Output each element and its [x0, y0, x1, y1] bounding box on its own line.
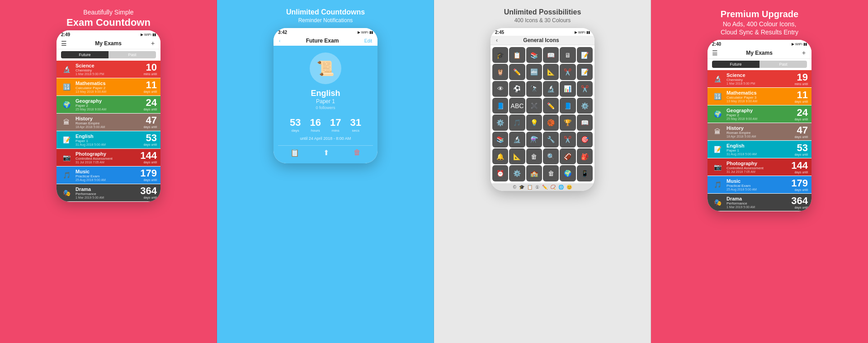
icon-10[interactable]: 📐	[543, 64, 559, 80]
panel4-title-sub2: Cloud Sync & Results Entry	[721, 29, 798, 36]
toolbar-icon-5[interactable]: ✏️	[542, 185, 547, 190]
seg-future-4[interactable]: Future	[712, 61, 760, 68]
icon-27[interactable]: 💡	[526, 114, 542, 130]
edit-button[interactable]: Edit	[364, 38, 372, 43]
english-info-1: English Paper 1 31 Aug 2018 5:00 AM	[73, 133, 143, 146]
icon-44[interactable]: ⚙️	[509, 165, 525, 181]
icon-17[interactable]: 📊	[560, 81, 576, 97]
exam-drama-4[interactable]: 🎭 Drama Performance 1 Mar 2019 5:00 AM 3…	[708, 194, 811, 211]
toolbar-icon-3[interactable]: 📋	[527, 185, 533, 190]
seg-past-1[interactable]: Past	[108, 51, 156, 58]
exam-music-1[interactable]: 🎵 Music Practical Exam 25 Aug 2018 5:00 …	[57, 167, 160, 184]
icon-28[interactable]: 🏀	[543, 114, 559, 130]
icon-21[interactable]: ✖️	[526, 98, 542, 114]
icon-39[interactable]: 🗑	[526, 148, 542, 164]
math-sub-1: Calculator Paper 2	[75, 86, 141, 90]
icon-16[interactable]: 🔬	[543, 81, 559, 97]
icon-15[interactable]: 🔭	[526, 81, 542, 97]
exam-english-1[interactable]: 📝 English Paper 1 31 Aug 2018 5:00 AM 53…	[57, 131, 160, 148]
icon-34[interactable]: 🔧	[543, 132, 559, 148]
exam-math-1[interactable]: 🔢 Mathematics Calculator Paper 2 13 May …	[57, 78, 160, 95]
segment-1: Future Past	[61, 51, 156, 58]
phone2-icons: ▶ WiFi ▮▮	[358, 30, 373, 34]
exam-history-4[interactable]: 🏛 History Roman Empire 18 Apr 2018 5:00 …	[708, 123, 811, 140]
toolbar-icon-4[interactable]: ①	[535, 185, 539, 190]
icon-42[interactable]: 🎒	[577, 148, 593, 164]
icon-1[interactable]: 🎓	[492, 47, 508, 63]
exam-science-4[interactable]: 🔬 Science Chemistry 1 Mar 2018 5:00 PM 1…	[708, 70, 811, 87]
exam-history-1[interactable]: 🏛 History Roman Empire 18 Apr 2018 5:00 …	[57, 114, 160, 131]
exam-photo-1[interactable]: 📷 Photography Controlled Assessment 31 J…	[57, 149, 160, 166]
exam-geo-4[interactable]: 🌍 Geography Paper 2 25 May 2018 9:00 AM …	[708, 105, 811, 123]
icon-38[interactable]: 📐	[509, 148, 525, 164]
exam-photo-4[interactable]: 📷 Photography Controlled Assessment 31 J…	[708, 158, 811, 176]
seg-past-4[interactable]: Past	[760, 61, 807, 68]
icon-25[interactable]: ⚙️	[492, 114, 508, 130]
toolbar-icon-8[interactable]: 😊	[566, 185, 572, 190]
icon-33[interactable]: ⚗️	[526, 132, 542, 148]
icon-20[interactable]: ABC	[509, 98, 525, 114]
days-num: 53	[290, 117, 301, 129]
nav1-title: My Exams	[95, 40, 122, 47]
icon-12[interactable]: 📝	[577, 64, 593, 80]
history-sub-4: Roman Empire	[726, 131, 792, 135]
icon-2[interactable]: 📋	[509, 47, 525, 63]
secs-num: 31	[350, 117, 361, 129]
upload-icon[interactable]: ⬆	[323, 148, 329, 157]
hamburger-icon-4[interactable]: ☰	[712, 49, 718, 57]
plus-icon-4[interactable]: ＋	[801, 49, 807, 57]
exam-english-4[interactable]: 📝 English Paper 1 31 Aug 2018 5:00 AM 53…	[708, 141, 811, 158]
icon-3[interactable]: 📚	[526, 47, 542, 63]
icon-6[interactable]: 📝	[577, 47, 593, 63]
hamburger-icon[interactable]: ☰	[61, 40, 67, 47]
icons-back-btn[interactable]: ‹	[496, 37, 498, 43]
exam-geo-1[interactable]: 🌍 Geography Paper 2 25 May 2018 9:00 AM …	[57, 96, 160, 113]
icon-35[interactable]: ✂️	[560, 132, 576, 148]
icon-31[interactable]: 📚	[492, 132, 508, 148]
exam-drama-1[interactable]: 🎭 Drama Performance 1 Mar 2019 5:00 AM 3…	[57, 184, 160, 201]
icon-4[interactable]: 📖	[543, 47, 559, 63]
toolbar-icon-6[interactable]: 📿	[550, 185, 556, 190]
icon-5[interactable]: 🖥	[560, 47, 576, 63]
exam-music-4[interactable]: 🎵 Music Practical Exam 25 Aug 2018 5:00 …	[708, 176, 811, 193]
icon-23[interactable]: 📘	[560, 98, 576, 114]
panel-4: Premium Upgrade No Ads, 400 Colour Icons…	[651, 0, 868, 343]
future-nav: ‹ Future Exam Edit	[274, 36, 377, 46]
toolbar-icon-1[interactable]: ©	[513, 185, 516, 190]
share-icon[interactable]: 📋	[290, 148, 299, 157]
seg-future-1[interactable]: Future	[61, 51, 108, 58]
icon-13[interactable]: 👁	[492, 81, 508, 97]
back-icon[interactable]: ‹	[279, 38, 280, 43]
icon-18[interactable]: ✂️	[577, 81, 593, 97]
icon-11[interactable]: ✂️	[560, 64, 576, 80]
icon-22[interactable]: ✏️	[543, 98, 559, 114]
math-date-4: 13 May 2018 9:00 AM	[726, 100, 792, 103]
icon-19[interactable]: 📘	[492, 98, 508, 114]
icon-47[interactable]: 🌍	[560, 165, 576, 181]
icon-8[interactable]: ✏️	[509, 64, 525, 80]
exam-science-1[interactable]: 🔬 Science Chemistry 1 Mar 2018 5:00 PM 1…	[57, 61, 160, 78]
icon-36[interactable]: 🎯	[577, 132, 593, 148]
icon-41[interactable]: 🏈	[560, 148, 576, 164]
navbar-1: ☰ My Exams ＋	[57, 38, 160, 49]
icon-46[interactable]: 🗑	[543, 165, 559, 181]
icon-7[interactable]: 🦉	[492, 64, 508, 80]
icon-32[interactable]: 🔬	[509, 132, 525, 148]
icon-24[interactable]: ⚙️	[577, 98, 593, 114]
icon-29[interactable]: 🏆	[560, 114, 576, 130]
toolbar-icon-7[interactable]: 🌐	[558, 185, 564, 190]
icon-37[interactable]: 🔔	[492, 148, 508, 164]
exam-math-4[interactable]: 🔢 Mathematics Calculator Paper 3 13 May …	[708, 88, 811, 105]
icon-30[interactable]: 📖	[577, 114, 593, 130]
toolbar-icon-2[interactable]: 🎓	[519, 185, 524, 190]
icon-40[interactable]: 🔍	[543, 148, 559, 164]
icon-26[interactable]: 🎵	[509, 114, 525, 130]
icon-9[interactable]: 🔤	[526, 64, 542, 80]
delete-icon[interactable]: 🗑	[354, 148, 361, 157]
icon-48[interactable]: 📱	[577, 165, 593, 181]
icon-43[interactable]: ⏰	[492, 165, 508, 181]
icon-45[interactable]: 🏫	[526, 165, 542, 181]
icon-14[interactable]: ⚽	[509, 81, 525, 97]
drama-date-1: 1 Mar 2019 5:00 AM	[75, 196, 137, 199]
plus-icon[interactable]: ＋	[150, 39, 156, 48]
